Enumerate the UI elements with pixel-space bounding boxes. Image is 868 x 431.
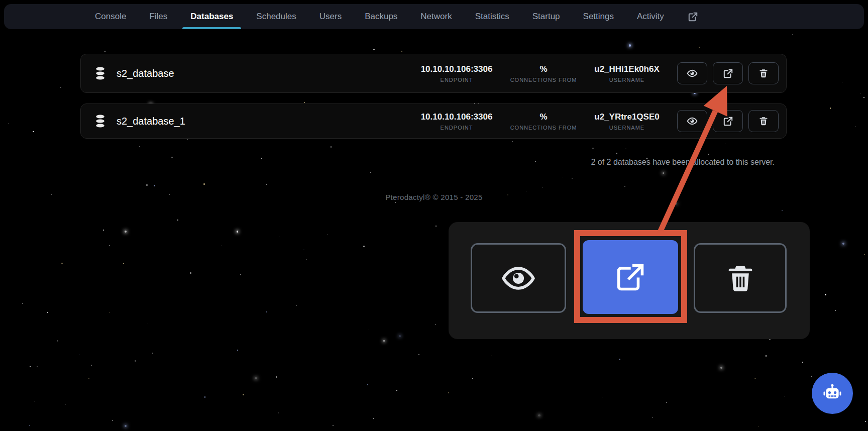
footer-copyright: Pterodactyl® © 2015 - 2025 [0,193,868,201]
trash-icon [725,263,756,294]
connections-value: % [510,64,577,74]
delete-database-button-magnified[interactable] [694,243,787,313]
connection-details-button[interactable] [713,62,743,84]
server-nav-tabs: Console Files Databases Schedules Users … [4,4,864,29]
tab-network[interactable]: Network [413,4,459,29]
endpoint-value: 10.10.10.106:3306 [421,64,493,74]
connections-stat: % CONNECTIONS FROM [510,112,577,131]
trash-icon [758,116,769,126]
endpoint-stat: 10.10.10.106:3306 ENDPOINT [421,112,493,131]
tab-activity[interactable]: Activity [630,4,671,29]
database-name-group: s2_database_1 [94,115,185,128]
tab-databases[interactable]: Databases [183,4,240,29]
connections-stat: % CONNECTIONS FROM [510,64,577,83]
username-stat: u2_HHi1Ek0h6X USERNAME [594,64,659,83]
username-stat: u2_YRtre1QSE0 USERNAME [594,112,659,131]
magnified-actions-panel [449,222,810,339]
view-database-button[interactable] [677,62,707,84]
tab-schedules[interactable]: Schedules [249,4,303,29]
tab-settings[interactable]: Settings [576,4,621,29]
delete-database-button[interactable] [748,110,779,132]
tab-statistics[interactable]: Statistics [468,4,516,29]
database-icon [94,67,106,80]
endpoint-label: ENDPOINT [421,125,493,131]
username-label: USERNAME [594,77,659,83]
connections-label: CONNECTIONS FROM [510,77,577,83]
assistant-fab[interactable] [812,373,853,414]
view-database-button-magnified[interactable] [471,243,566,313]
connection-details-button[interactable] [713,110,743,132]
delete-database-button[interactable] [748,62,779,84]
database-icon [94,115,106,128]
database-name-group: s2_database [94,67,174,80]
external-link-icon [723,116,733,127]
tab-files[interactable]: Files [142,4,174,29]
external-link-icon [614,261,646,293]
username-value: u2_HHi1Ek0h6X [594,64,659,74]
eye-icon [501,261,536,296]
tab-backups[interactable]: Backups [358,4,404,29]
database-name: s2_database [117,68,174,79]
eye-icon [687,116,698,127]
external-link-icon [723,68,733,79]
view-database-button[interactable] [677,110,707,132]
allocation-note: 2 of 2 databases have been allocated to … [591,158,775,167]
database-row: s2_database_1 10.10.10.106:3306 ENDPOINT… [80,103,787,139]
connections-value: % [510,112,577,122]
tab-users[interactable]: Users [312,4,349,29]
tab-startup[interactable]: Startup [525,4,567,29]
external-link-icon [688,12,698,22]
robot-icon [822,383,843,404]
endpoint-label: ENDPOINT [421,77,493,83]
username-label: USERNAME [594,125,659,131]
endpoint-value: 10.10.10.106:3306 [421,112,493,122]
row-actions [677,110,779,132]
admin-external-link-button[interactable] [682,4,704,29]
tab-console[interactable]: Console [88,4,133,29]
connections-label: CONNECTIONS FROM [510,125,577,131]
connection-details-button-magnified[interactable] [583,240,678,314]
database-name: s2_database_1 [117,116,185,127]
username-value: u2_YRtre1QSE0 [594,112,659,122]
row-actions [677,62,779,84]
trash-icon [758,68,769,78]
database-row: s2_database 10.10.10.106:3306 ENDPOINT %… [80,54,787,93]
endpoint-stat: 10.10.10.106:3306 ENDPOINT [421,64,493,83]
eye-icon [687,68,698,79]
